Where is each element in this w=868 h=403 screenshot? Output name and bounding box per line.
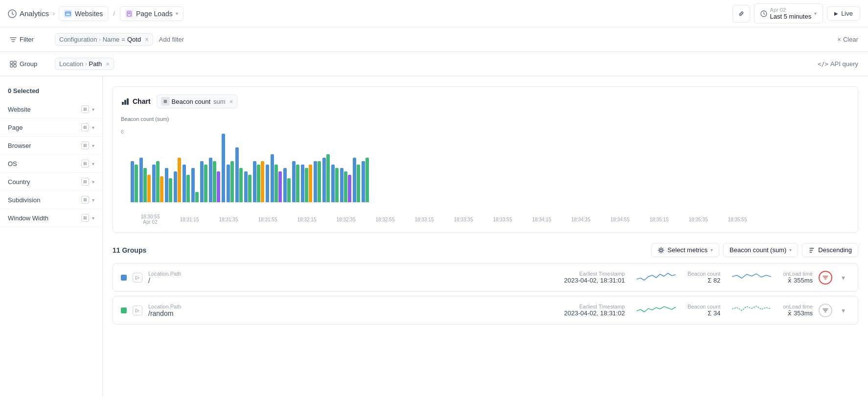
bar[interactable] [178, 158, 181, 202]
metric-sparkline-1 [637, 302, 676, 318]
bar[interactable] [244, 171, 248, 202]
descending-button[interactable]: Descending [802, 243, 858, 257]
link-button[interactable] [732, 5, 750, 23]
metric-name: Beacon count [172, 98, 211, 105]
bar[interactable] [283, 168, 287, 202]
sidebar-item-website[interactable]: Website ⊞ ▾ [0, 100, 102, 119]
bar[interactable] [200, 161, 204, 202]
bar[interactable] [248, 175, 251, 202]
bar[interactable] [335, 168, 339, 202]
bar[interactable] [365, 158, 369, 202]
bar[interactable] [230, 161, 234, 202]
bar[interactable] [147, 175, 151, 202]
filter-row-button-1[interactable] [819, 304, 832, 317]
filter-row-button-0[interactable] [819, 271, 832, 284]
bar[interactable] [139, 158, 143, 202]
bar[interactable] [227, 165, 230, 202]
bar[interactable] [186, 175, 190, 202]
group-color-0 [121, 275, 127, 281]
live-button[interactable]: ▶ Live [827, 6, 860, 21]
bar[interactable] [305, 168, 308, 202]
bar[interactable] [131, 161, 134, 202]
bar[interactable] [287, 178, 291, 202]
bar[interactable] [362, 161, 365, 202]
analytics-nav[interactable]: Analytics [8, 9, 49, 18]
sidebar-item-page[interactable]: Page ⊞ ▾ [0, 119, 102, 137]
bar[interactable] [278, 171, 282, 202]
bar[interactable] [296, 165, 299, 202]
websites-breadcrumb[interactable]: Websites [59, 6, 108, 21]
group-metrics-0: Earliest Timestamp 2023-04-02, 18:31:01 … [564, 269, 813, 285]
metric-onload-sparkline-0 [732, 269, 771, 285]
sidebar-item-subdivision[interactable]: Subdivision ⊞ ▾ [0, 191, 102, 209]
bar[interactable] [169, 178, 172, 202]
time-range-button[interactable]: Apr 02 Last 5 minutes ▾ [754, 3, 823, 24]
bar[interactable] [135, 165, 138, 202]
beacon-value-0: Σ 82 [687, 277, 720, 284]
bar[interactable] [209, 158, 212, 202]
sidebar-item-browser[interactable]: Browser ⊞ ▾ [0, 137, 102, 155]
page-loads-breadcrumb[interactable]: Page Loads ▾ [120, 6, 183, 21]
clear-button[interactable]: × Clear [837, 36, 858, 43]
sidebar-label-page: Page [8, 124, 23, 131]
bar[interactable] [353, 158, 356, 202]
bar[interactable] [261, 161, 264, 202]
expand-button-1[interactable]: ▾ [836, 304, 850, 317]
bar[interactable] [326, 154, 330, 202]
bar[interactable] [183, 165, 186, 202]
select-metrics-button[interactable]: Select metrics ▾ [651, 243, 719, 257]
x-tick: 18:31:55 [248, 217, 287, 222]
bar[interactable] [318, 161, 321, 202]
bar[interactable] [266, 165, 269, 202]
bar[interactable] [156, 161, 160, 202]
bar[interactable] [271, 154, 274, 202]
metric-tag[interactable]: ⊞ Beacon count sum × [157, 95, 238, 108]
bar[interactable] [344, 171, 347, 202]
expand-button-0[interactable]: ▾ [836, 271, 850, 284]
bar[interactable] [348, 175, 351, 202]
bar[interactable] [191, 168, 195, 202]
sidebar-item-os[interactable]: OS ⊞ ▾ [0, 155, 102, 173]
bar[interactable] [165, 168, 168, 202]
group-actions-1: ▾ [819, 304, 850, 317]
bar[interactable] [331, 165, 335, 202]
bar[interactable] [204, 165, 207, 202]
bar-group [253, 161, 264, 202]
sort-button[interactable]: Beacon count (sum) ▾ [723, 243, 798, 257]
sidebar-right-os: ⊞ ▾ [81, 160, 94, 167]
filter-tag[interactable]: Configuration › Name = Qotd × [55, 33, 153, 46]
bar[interactable] [174, 171, 177, 202]
bar[interactable] [292, 161, 296, 202]
x-tick: 18:32:55 [365, 217, 405, 222]
bar[interactable] [222, 134, 225, 202]
bar[interactable] [160, 176, 163, 202]
bar[interactable] [274, 165, 278, 202]
add-filter-button[interactable]: Add filter [159, 36, 184, 43]
bar[interactable] [314, 161, 317, 202]
bar[interactable] [217, 171, 220, 202]
sidebar-item-country[interactable]: Country ⊞ ▾ [0, 173, 102, 191]
bar[interactable] [340, 168, 343, 202]
bar-group [183, 165, 190, 202]
bar[interactable] [239, 168, 243, 202]
bar[interactable] [309, 165, 312, 202]
x-tick: 18:31:15 [170, 217, 209, 222]
bar[interactable] [143, 168, 147, 202]
sidebar-item-window-width[interactable]: Window Width ⊞ ▾ [0, 209, 102, 227]
bar[interactable] [253, 161, 256, 202]
bar[interactable] [301, 165, 304, 202]
bar[interactable] [322, 158, 326, 202]
bar[interactable] [357, 165, 360, 202]
filter-tag-close[interactable]: × [145, 36, 149, 43]
group-bar: Group Location › Path × </> API query [0, 52, 868, 76]
group-tag-close[interactable]: × [106, 60, 110, 68]
bar[interactable] [195, 192, 199, 202]
metric-close-icon[interactable]: × [229, 98, 233, 105]
bar[interactable] [213, 161, 216, 202]
bar[interactable] [235, 147, 239, 202]
group-tag[interactable]: Location › Path × [55, 58, 114, 70]
api-query-button[interactable]: </> API query [818, 60, 858, 68]
bar[interactable] [257, 165, 260, 202]
group-actions-0: ▾ [819, 271, 850, 284]
bar[interactable] [152, 165, 156, 202]
